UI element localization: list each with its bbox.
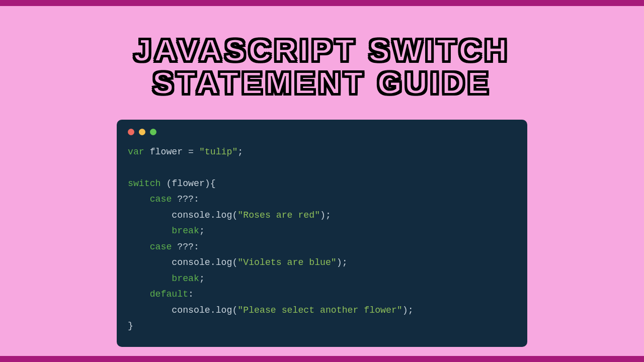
code-token-pun: (: [232, 210, 237, 220]
maximize-icon[interactable]: [150, 129, 156, 135]
code-token-pun: .: [210, 257, 216, 267]
code-token-pun: );: [320, 210, 331, 220]
code-token-pun: (: [232, 305, 237, 315]
code-token-pun: (: [166, 178, 172, 189]
code-token-pun: [128, 257, 172, 267]
code-token-pun: ;: [237, 147, 243, 157]
code-token-pun: :: [194, 194, 199, 204]
title-line-1: JAVASCRIPT SWITCH: [0, 34, 644, 66]
code-token-str: "Roses are red": [237, 210, 320, 220]
code-token-id: flower: [150, 147, 183, 157]
code-token-pun: ){: [205, 178, 216, 189]
code-token-id: console: [172, 257, 210, 267]
title-text-2: STATEMENT GUIDE: [152, 65, 491, 100]
code-token-kw: break: [172, 226, 199, 236]
code-token-pun: }: [128, 321, 133, 331]
code-token-kw: var: [128, 147, 150, 157]
title-line-2: STATEMENT GUIDE: [0, 66, 644, 99]
code-token-kw: case: [150, 242, 178, 252]
code-token-pun: (: [232, 257, 237, 267]
code-token-id: console: [172, 210, 210, 220]
slide-title: JAVASCRIPT SWITCH STATEMENT GUIDE: [0, 34, 644, 99]
code-token-id: console: [172, 305, 210, 315]
code-token-kw: default: [150, 289, 188, 299]
code-token-pun: .: [210, 305, 216, 315]
code-token-str: "tulip": [199, 147, 237, 157]
code-token-pun: [128, 210, 172, 220]
code-token-kw: switch: [128, 178, 166, 189]
code-token-unk: ???: [177, 242, 194, 252]
code-token-pun: ;: [199, 226, 205, 236]
code-token-unk: ???: [177, 194, 194, 204]
code-token-pun: );: [337, 257, 348, 267]
code-token-id: flower: [172, 178, 205, 189]
code-token-pun: [128, 289, 150, 299]
code-token-pun: :: [188, 289, 194, 299]
code-token-str: "Violets are blue": [237, 257, 336, 267]
code-token-pun: =: [183, 147, 199, 157]
code-window: var flower = "tulip"; switch (flower){ c…: [117, 120, 527, 347]
code-block: var flower = "tulip"; switch (flower){ c…: [128, 144, 516, 334]
code-token-pun: [128, 194, 150, 204]
code-token-pun: [128, 242, 150, 252]
code-token-pun: .: [210, 210, 216, 220]
slide-canvas: JAVASCRIPT SWITCH STATEMENT GUIDE var fl…: [0, 6, 644, 356]
minimize-icon[interactable]: [139, 129, 145, 135]
code-token-fn: log: [216, 210, 232, 220]
close-icon[interactable]: [128, 129, 134, 135]
code-token-pun: [128, 226, 172, 236]
code-token-pun: :: [194, 242, 199, 252]
code-token-pun: [128, 274, 172, 284]
code-token-pun: [128, 305, 172, 315]
title-text-1: JAVASCRIPT SWITCH: [134, 33, 510, 67]
window-controls: [128, 129, 516, 135]
code-token-pun: ;: [199, 274, 205, 284]
code-token-kw: case: [150, 194, 178, 204]
code-token-fn: log: [216, 257, 232, 267]
code-token-pun: );: [403, 305, 414, 315]
outer-frame: JAVASCRIPT SWITCH STATEMENT GUIDE var fl…: [0, 0, 644, 362]
code-token-str: "Please select another flower": [237, 305, 402, 315]
code-token-fn: log: [216, 305, 232, 315]
code-token-kw: break: [172, 274, 199, 284]
